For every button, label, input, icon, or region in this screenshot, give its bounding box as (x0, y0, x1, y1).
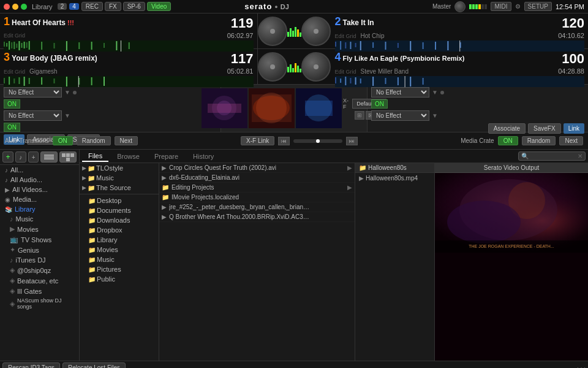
preview-svg-2 (249, 88, 295, 128)
sidebar-sub-illgates[interactable]: ◈ Ill Gates (0, 286, 79, 296)
sidebar-sub-itunesdj[interactable]: ♪ iTunes DJ (0, 255, 79, 265)
tab-prepare[interactable]: Prepare (148, 151, 184, 161)
sidebar-video-btn[interactable]: + (28, 151, 39, 163)
svg-rect-0 (4, 42, 5, 47)
deck4-bpm: 100 (562, 51, 584, 66)
tree-item-source[interactable]: ▶ 📁 The Source (80, 183, 159, 193)
master-knob[interactable] (454, 1, 466, 12)
file-tree-panel: ▶ 📁 TLOstyle ▶ 📁 Music ▶ 📁 The Source 📁D… (80, 163, 159, 361)
sidebar-sub-beatacue[interactable]: ◈ Beatacue, etc (0, 275, 79, 286)
video-button[interactable]: Video (147, 2, 171, 11)
folder-icon-halloween: 📁 (359, 164, 366, 171)
fx-select-right-2[interactable]: No Effect (371, 110, 429, 121)
browser-search-input[interactable] (529, 153, 578, 159)
tab-files[interactable]: Files (82, 151, 108, 162)
xf-link-btn[interactable]: X-F Link (241, 136, 274, 145)
sidebar-item-all-audio[interactable]: ♪ All Audio... (0, 175, 79, 185)
deck2-spinner[interactable] (301, 17, 331, 46)
minimize-btn[interactable] (12, 4, 18, 10)
svg-point-67 (253, 96, 290, 120)
deck-2: 2 Take It In 120 Edit Grid Hot Chip 04:1… (331, 13, 589, 48)
file-list-item[interactable]: ▶jre_#252_-_peter_duesberg,_bryan_callen… (159, 202, 355, 212)
fx-select-right-1[interactable]: No Effect (371, 87, 429, 98)
sidebar-sub-movies[interactable]: ▶ Movies (0, 224, 79, 234)
deck3-edit-grid[interactable]: Edit Grid (4, 69, 25, 75)
file-list-item[interactable]: ▶Crop Circles Quest For Truth (2002).avi… (159, 163, 355, 173)
relocate-btn[interactable]: Relocate Lost Files (62, 362, 126, 368)
folder-arrow-icon: ▶ (82, 165, 86, 171)
media-on-btn[interactable]: ON (498, 136, 518, 145)
sidebar-sub-0ship[interactable]: ◈ @0ship0qz (0, 265, 79, 275)
tree-sub-item[interactable]: 📁Desktop (80, 196, 159, 205)
file-list-item[interactable]: 📁IMovie Projects.localized (159, 193, 355, 202)
tree-sub-item[interactable]: 📁Movies (80, 245, 159, 255)
fx-on-btn-right[interactable]: ON (371, 99, 388, 109)
sp6-button[interactable]: SP-6 (123, 2, 145, 11)
file-list-item[interactable]: ▶dx6-Educating_Elainia.avi (159, 173, 355, 183)
fx-on-btn-left[interactable]: ON (4, 99, 20, 109)
fx-select-left-2[interactable]: No Effect (4, 110, 62, 121)
search-clear-btn[interactable]: ✕ (578, 153, 582, 159)
xf-slider[interactable] (293, 139, 342, 143)
deck3-spinner[interactable] (258, 52, 287, 82)
sidebar-item-all[interactable]: ♪ All... (0, 165, 79, 175)
sidebar-sub-music[interactable]: ♪ Music (0, 214, 79, 224)
media-random-btn[interactable]: Random (522, 136, 556, 145)
maximize-btn[interactable] (21, 4, 27, 10)
random-btn[interactable]: Random (77, 136, 111, 145)
halloween-file-item[interactable]: ▶ Halloween80s.mp4 (355, 173, 434, 183)
folder-sub-icon: 📁 (88, 237, 96, 243)
sidebar-sub-tvshows[interactable]: 📺 TV Shows (0, 234, 79, 245)
file-list-item[interactable]: ▶Q Brother Where Art Thou.2000.BRRip.Xvi… (159, 212, 355, 222)
fx-save-btn-right[interactable]: SaveFX (528, 123, 561, 134)
tree-sub-item[interactable]: 📁Downloads (80, 215, 159, 225)
tree-sub-item[interactable]: 📁Dropbox (80, 225, 159, 235)
fx-select-left-1[interactable]: No Effect (4, 87, 62, 98)
tab-browse[interactable]: Browse (111, 151, 146, 161)
badge-4: 4 (69, 3, 79, 10)
tab-history[interactable]: History (187, 151, 220, 161)
prev-track-btn[interactable]: ⏮ (278, 137, 290, 145)
close-btn[interactable] (4, 4, 10, 10)
sidebar-sub-genius[interactable]: ✦ Genius (0, 245, 79, 255)
deck3-wave-svg (4, 76, 254, 87)
tree-item-tlostyle[interactable]: ▶ 📁 TLOstyle (80, 163, 159, 173)
sidebar-grid-view-btn[interactable] (59, 151, 77, 163)
fx-button[interactable]: FX (105, 2, 121, 11)
fx-expand-btn[interactable]: ⊞ (355, 111, 364, 120)
tree-sub-item[interactable]: 📁Documents (80, 205, 159, 215)
svg-rect-8 (24, 42, 25, 48)
midi-label[interactable]: MIDI (491, 2, 511, 11)
sidebar-sub-nascum[interactable]: ◈ NAScum show DJ songs (0, 296, 79, 311)
tree-sub-item[interactable]: 📁Public (80, 274, 159, 284)
table-more-options[interactable]: · · · (577, 364, 586, 368)
deck4-wave-svg (335, 76, 585, 87)
fx-associate-btn-right[interactable]: Associate (488, 123, 526, 134)
sidebar-list-view-btn[interactable] (40, 151, 58, 163)
auto-transitions-on-btn[interactable]: ON (53, 136, 73, 145)
rec-button[interactable]: REC (81, 2, 103, 11)
sidebar-item-all-videos[interactable]: ▶ All Videos... (0, 185, 79, 194)
rescan-btn[interactable]: Rescan ID3 Tags (2, 362, 60, 368)
fx-on-btn-left-2[interactable]: ON (4, 123, 20, 132)
halloween-folder-header: 📁 Halloween80s (355, 163, 434, 173)
sidebar-item-media[interactable]: ◉ Media... (0, 194, 79, 204)
sidebar-music-btn[interactable]: ♪ (15, 151, 26, 163)
sidebar-item-library[interactable]: 📚 Library (0, 204, 79, 214)
file-list-item[interactable]: 📁Editing Projects▶ (159, 183, 355, 193)
media-next-btn[interactable]: Next (559, 136, 583, 145)
tree-item-music[interactable]: ▶ 📁 Music (80, 173, 159, 183)
deck4-edit-grid[interactable]: Edit Grid (335, 69, 356, 75)
next-btn[interactable]: Next (115, 136, 138, 145)
sidebar-add-btn[interactable]: + (2, 151, 13, 163)
next-track-btn[interactable]: ⏭ (346, 137, 358, 145)
deck4-spinner[interactable] (301, 52, 331, 82)
deck1-edit-grid[interactable]: Edit Grid (4, 33, 25, 39)
tree-sub-item[interactable]: 📁Music (80, 255, 159, 264)
deck2-edit-grid[interactable]: Edit Grid (335, 33, 356, 39)
tree-sub-item[interactable]: 📁Pictures (80, 264, 159, 274)
setup-label[interactable]: SETUP (524, 2, 552, 11)
tree-sub-item[interactable]: 📁Library (80, 235, 159, 245)
fx-link-btn-right[interactable]: Link (564, 123, 584, 134)
deck1-spinner[interactable] (258, 17, 287, 46)
